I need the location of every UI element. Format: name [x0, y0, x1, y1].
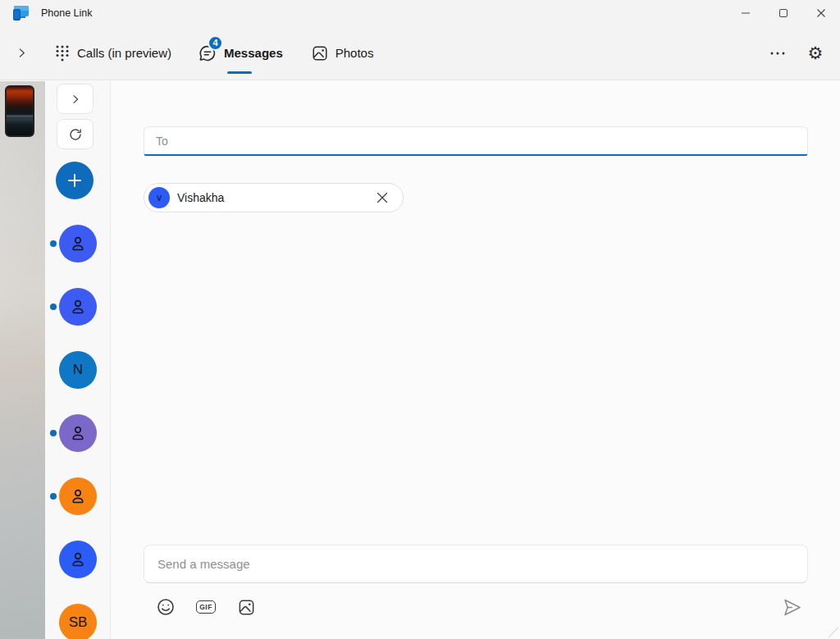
refresh-icon	[68, 127, 83, 142]
phone-screen-thumbnail[interactable]	[5, 85, 34, 137]
nav-right-actions: ⚙	[763, 39, 830, 68]
messages-badge: 4	[208, 35, 223, 51]
more-ellipsis-icon	[769, 51, 786, 56]
person-icon	[68, 486, 88, 506]
message-input[interactable]	[144, 545, 808, 583]
conversation-sidebar: NSB	[45, 81, 111, 639]
contact-avatar[interactable]: N	[59, 351, 97, 389]
maximize-button[interactable]	[765, 0, 802, 26]
phone-link-app-icon	[11, 5, 30, 21]
dialpad-icon	[54, 44, 71, 62]
unread-dot	[50, 240, 57, 247]
person-icon	[68, 423, 88, 443]
chevron-right-icon	[16, 47, 28, 59]
contact-avatar[interactable]	[59, 225, 97, 262]
minimize-button[interactable]	[727, 0, 765, 26]
expand-sidebar-button[interactable]	[57, 84, 94, 114]
send-plane-icon	[781, 597, 803, 618]
wallpaper-strip	[0, 81, 45, 639]
app-title: Phone Link	[41, 7, 93, 19]
close-button[interactable]	[802, 0, 840, 26]
new-message-button[interactable]	[56, 162, 94, 199]
unread-dot	[50, 493, 57, 500]
to-input[interactable]	[144, 126, 808, 156]
active-tab-underline	[227, 71, 252, 75]
unread-dot	[50, 304, 57, 310]
contact-avatar[interactable]	[59, 477, 97, 515]
contact-avatar[interactable]	[59, 541, 97, 578]
photo-icon	[311, 44, 329, 62]
emoji-button[interactable]	[155, 596, 176, 618]
recipient-chip[interactable]: v Vishakha	[144, 183, 404, 212]
attach-image-button[interactable]	[235, 596, 257, 618]
person-icon	[68, 297, 88, 317]
chevron-right-icon	[70, 94, 81, 105]
image-icon	[237, 598, 256, 617]
window-controls	[727, 0, 840, 26]
titlebar: Phone Link	[0, 0, 840, 26]
refresh-button[interactable]	[57, 119, 94, 149]
contact-initials: N	[73, 362, 83, 378]
resize-grip[interactable]	[829, 628, 838, 637]
remove-recipient-button[interactable]	[373, 189, 391, 207]
plus-icon	[66, 172, 83, 189]
tab-calls-label: Calls (in preview)	[77, 46, 171, 60]
emoji-smiley-icon	[156, 597, 176, 617]
close-icon	[376, 191, 389, 204]
compose-area: v Vishakha	[111, 81, 840, 639]
gif-button[interactable]: GIF	[195, 596, 217, 618]
gear-icon: ⚙	[808, 44, 824, 62]
person-icon	[68, 234, 88, 253]
person-icon	[68, 550, 88, 569]
tab-messages[interactable]: 4 Messages	[196, 26, 285, 80]
recipient-avatar: v	[148, 187, 170, 208]
contact-avatar[interactable]: SB	[59, 604, 97, 639]
tab-calls[interactable]: Calls (in preview)	[52, 26, 173, 80]
tab-photos-label: Photos	[336, 46, 374, 60]
recipient-name: Vishakha	[177, 191, 373, 204]
more-button[interactable]	[763, 39, 792, 68]
contact-avatar[interactable]	[59, 288, 97, 326]
compose-toolbar: GIF	[155, 596, 257, 618]
settings-button[interactable]: ⚙	[801, 39, 830, 68]
gif-icon: GIF	[196, 600, 216, 614]
phone-link-window: Phone Link	[0, 0, 840, 639]
unread-dot	[50, 430, 57, 436]
tab-photos[interactable]: Photos	[309, 26, 376, 80]
contact-initials: SB	[69, 614, 88, 631]
app-body: NSB v Vishakha	[0, 81, 840, 639]
nav-expand-button[interactable]	[7, 39, 36, 68]
contact-avatar[interactable]	[59, 414, 97, 452]
navbar: Calls (in preview) 4 Messages	[0, 26, 840, 80]
tab-messages-label: Messages	[224, 46, 283, 60]
send-message-button[interactable]	[779, 596, 804, 618]
chat-bubble-icon: 4	[198, 43, 217, 63]
contact-list: NSB	[45, 225, 111, 639]
